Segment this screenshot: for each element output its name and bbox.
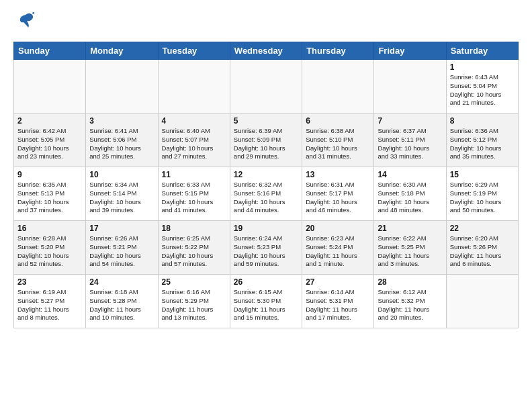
day-info-text: Sunrise: 6:12 AM Sunset: 5:32 PM Dayligh… (378, 288, 442, 322)
day-number: 5 (234, 116, 298, 126)
header (13, 11, 519, 35)
calendar-day-2: 2Sunrise: 6:42 AM Sunset: 5:05 PM Daylig… (14, 113, 86, 167)
calendar-day-19: 19Sunrise: 6:24 AM Sunset: 5:23 PM Dayli… (230, 221, 302, 275)
day-number: 27 (306, 277, 370, 287)
day-number: 12 (234, 170, 298, 179)
day-number: 10 (89, 170, 154, 179)
calendar-day-17: 17Sunrise: 6:26 AM Sunset: 5:21 PM Dayli… (86, 221, 158, 275)
day-info-text: Sunrise: 6:37 AM Sunset: 5:11 PM Dayligh… (378, 127, 442, 161)
day-info-text: Sunrise: 6:42 AM Sunset: 5:05 PM Dayligh… (17, 127, 82, 161)
calendar-day-11: 11Sunrise: 6:33 AM Sunset: 5:15 PM Dayli… (158, 167, 230, 221)
day-number: 13 (306, 170, 370, 179)
day-info-text: Sunrise: 6:18 AM Sunset: 5:28 PM Dayligh… (89, 288, 154, 322)
calendar-day-22: 22Sunrise: 6:20 AM Sunset: 5:26 PM Dayli… (446, 221, 518, 275)
weekday-header-row: SundayMondayTuesdayWednesdayThursdayFrid… (14, 42, 519, 60)
day-info-text: Sunrise: 6:36 AM Sunset: 5:12 PM Dayligh… (450, 127, 515, 161)
day-number: 7 (378, 116, 442, 126)
calendar-empty-cell (230, 60, 302, 113)
day-number: 1 (450, 62, 515, 72)
calendar-day-25: 25Sunrise: 6:16 AM Sunset: 5:29 PM Dayli… (158, 275, 230, 328)
calendar-empty-cell (302, 60, 374, 113)
day-info-text: Sunrise: 6:29 AM Sunset: 5:19 PM Dayligh… (450, 181, 515, 215)
day-number: 15 (450, 170, 515, 179)
day-info-text: Sunrise: 6:35 AM Sunset: 5:13 PM Dayligh… (17, 181, 82, 215)
day-number: 26 (234, 277, 298, 287)
day-info-text: Sunrise: 6:41 AM Sunset: 5:06 PM Dayligh… (89, 127, 154, 161)
page: SundayMondayTuesdayWednesdayThursdayFrid… (0, 0, 532, 339)
day-info-text: Sunrise: 6:39 AM Sunset: 5:09 PM Dayligh… (234, 127, 298, 161)
calendar-day-15: 15Sunrise: 6:29 AM Sunset: 5:19 PM Dayli… (446, 167, 518, 221)
calendar-day-26: 26Sunrise: 6:15 AM Sunset: 5:30 PM Dayli… (230, 275, 302, 328)
day-number: 25 (162, 277, 226, 287)
calendar-day-27: 27Sunrise: 6:14 AM Sunset: 5:31 PM Dayli… (302, 275, 374, 328)
day-info-text: Sunrise: 6:31 AM Sunset: 5:17 PM Dayligh… (306, 181, 370, 215)
calendar-day-4: 4Sunrise: 6:40 AM Sunset: 5:07 PM Daylig… (158, 113, 230, 167)
day-info-text: Sunrise: 6:25 AM Sunset: 5:22 PM Dayligh… (162, 234, 226, 269)
calendar-day-16: 16Sunrise: 6:28 AM Sunset: 5:20 PM Dayli… (14, 221, 86, 275)
day-number: 18 (162, 224, 226, 233)
day-number: 21 (378, 224, 442, 233)
logo (13, 11, 35, 35)
calendar-empty-cell (446, 275, 518, 328)
day-number: 16 (17, 224, 82, 233)
day-info-text: Sunrise: 6:24 AM Sunset: 5:23 PM Dayligh… (234, 234, 298, 269)
day-info-text: Sunrise: 6:34 AM Sunset: 5:14 PM Dayligh… (89, 181, 154, 215)
calendar-empty-cell (86, 60, 158, 113)
calendar-week-row: 16Sunrise: 6:28 AM Sunset: 5:20 PM Dayli… (14, 221, 519, 275)
calendar-day-7: 7Sunrise: 6:37 AM Sunset: 5:11 PM Daylig… (374, 113, 446, 167)
day-number: 14 (378, 170, 442, 179)
calendar-day-28: 28Sunrise: 6:12 AM Sunset: 5:32 PM Dayli… (374, 275, 446, 328)
day-info-text: Sunrise: 6:30 AM Sunset: 5:18 PM Dayligh… (378, 181, 442, 215)
weekday-header-friday: Friday (374, 42, 446, 60)
calendar-day-18: 18Sunrise: 6:25 AM Sunset: 5:22 PM Dayli… (158, 221, 230, 275)
calendar-day-24: 24Sunrise: 6:18 AM Sunset: 5:28 PM Dayli… (86, 275, 158, 328)
calendar-day-12: 12Sunrise: 6:32 AM Sunset: 5:16 PM Dayli… (230, 167, 302, 221)
calendar-empty-cell (14, 60, 86, 113)
day-info-text: Sunrise: 6:43 AM Sunset: 5:04 PM Dayligh… (450, 73, 515, 107)
day-info-text: Sunrise: 6:32 AM Sunset: 5:16 PM Dayligh… (234, 181, 298, 215)
calendar-day-20: 20Sunrise: 6:23 AM Sunset: 5:24 PM Dayli… (302, 221, 374, 275)
calendar-day-5: 5Sunrise: 6:39 AM Sunset: 5:09 PM Daylig… (230, 113, 302, 167)
calendar-empty-cell (374, 60, 446, 113)
weekday-header-sunday: Sunday (14, 42, 86, 60)
calendar-day-23: 23Sunrise: 6:19 AM Sunset: 5:27 PM Dayli… (14, 275, 86, 328)
calendar-empty-cell (158, 60, 230, 113)
day-info-text: Sunrise: 6:14 AM Sunset: 5:31 PM Dayligh… (306, 288, 370, 322)
day-number: 28 (378, 277, 442, 287)
calendar-day-1: 1Sunrise: 6:43 AM Sunset: 5:04 PM Daylig… (446, 60, 518, 113)
calendar-week-row: 9Sunrise: 6:35 AM Sunset: 5:13 PM Daylig… (14, 167, 519, 221)
day-info-text: Sunrise: 6:28 AM Sunset: 5:20 PM Dayligh… (17, 234, 82, 269)
day-info-text: Sunrise: 6:20 AM Sunset: 5:26 PM Dayligh… (450, 234, 515, 269)
day-number: 19 (234, 224, 298, 233)
day-info-text: Sunrise: 6:15 AM Sunset: 5:30 PM Dayligh… (234, 288, 298, 322)
day-number: 20 (306, 224, 370, 233)
calendar-day-14: 14Sunrise: 6:30 AM Sunset: 5:18 PM Dayli… (374, 167, 446, 221)
weekday-header-monday: Monday (86, 42, 158, 60)
day-number: 11 (162, 170, 226, 179)
calendar-week-row: 1Sunrise: 6:43 AM Sunset: 5:04 PM Daylig… (14, 60, 519, 113)
day-number: 6 (306, 116, 370, 126)
day-number: 2 (17, 116, 82, 126)
calendar-day-13: 13Sunrise: 6:31 AM Sunset: 5:17 PM Dayli… (302, 167, 374, 221)
calendar-day-10: 10Sunrise: 6:34 AM Sunset: 5:14 PM Dayli… (86, 167, 158, 221)
day-info-text: Sunrise: 6:22 AM Sunset: 5:25 PM Dayligh… (378, 234, 442, 269)
calendar-day-6: 6Sunrise: 6:38 AM Sunset: 5:10 PM Daylig… (302, 113, 374, 167)
day-number: 22 (450, 224, 515, 233)
weekday-header-tuesday: Tuesday (158, 42, 230, 60)
day-number: 23 (17, 277, 82, 287)
day-info-text: Sunrise: 6:19 AM Sunset: 5:27 PM Dayligh… (17, 288, 82, 322)
day-info-text: Sunrise: 6:23 AM Sunset: 5:24 PM Dayligh… (306, 234, 370, 269)
day-info-text: Sunrise: 6:40 AM Sunset: 5:07 PM Dayligh… (162, 127, 226, 161)
day-number: 24 (89, 277, 154, 287)
day-info-text: Sunrise: 6:38 AM Sunset: 5:10 PM Dayligh… (306, 127, 370, 161)
calendar-day-8: 8Sunrise: 6:36 AM Sunset: 5:12 PM Daylig… (446, 113, 518, 167)
day-number: 9 (17, 170, 82, 179)
calendar-day-3: 3Sunrise: 6:41 AM Sunset: 5:06 PM Daylig… (86, 113, 158, 167)
calendar-day-9: 9Sunrise: 6:35 AM Sunset: 5:13 PM Daylig… (14, 167, 86, 221)
calendar-table: SundayMondayTuesdayWednesdayThursdayFrid… (13, 42, 519, 328)
calendar-week-row: 23Sunrise: 6:19 AM Sunset: 5:27 PM Dayli… (14, 275, 519, 328)
calendar-week-row: 2Sunrise: 6:42 AM Sunset: 5:05 PM Daylig… (14, 113, 519, 167)
weekday-header-saturday: Saturday (446, 42, 518, 60)
day-number: 3 (89, 116, 154, 126)
day-info-text: Sunrise: 6:26 AM Sunset: 5:21 PM Dayligh… (89, 234, 154, 269)
